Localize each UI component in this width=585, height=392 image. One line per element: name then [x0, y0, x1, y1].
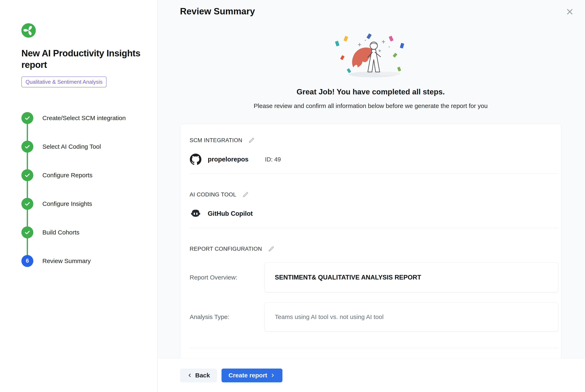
celebration-illustration	[180, 32, 561, 81]
ai-tool-section-header: AI CODING TOOL	[190, 192, 558, 198]
ai-tool-section-label: AI CODING TOOL	[190, 192, 236, 198]
analysis-type-value: Teams using AI tool vs. not using AI too…	[265, 302, 558, 331]
hero-heading: Great Job! You have completed all steps.	[180, 88, 561, 96]
step-scm-integration[interactable]: Create/Select SCM integration	[22, 112, 145, 124]
hero-subheading: Please review and confirm all informatio…	[180, 102, 561, 110]
ai-tool-name: GitHub Copilot	[208, 210, 253, 218]
scm-integration-name: propelorepos	[208, 156, 248, 163]
copilot-icon	[190, 208, 202, 220]
report-config-section-label: REPORT CONFIGURATION	[190, 246, 262, 252]
divider	[190, 174, 558, 174]
app-root: New AI Productivity Insights report Qual…	[0, 0, 585, 392]
create-report-button[interactable]: Create report	[222, 368, 282, 382]
report-title: New AI Productivity Insights report	[22, 48, 145, 71]
chevron-left-icon	[187, 373, 192, 378]
analysis-type-label: Analysis Type:	[190, 314, 265, 320]
step-number-badge: 6	[22, 255, 33, 267]
report-overview-value: SENTIMENT& QUALITATIVE ANALYSIS REPORT	[265, 262, 558, 292]
step-configure-reports[interactable]: Configure Reports	[22, 169, 145, 181]
step-label: Create/Select SCM integration	[42, 114, 126, 122]
step-label: Configure Reports	[42, 172, 92, 179]
stepper: Create/Select SCM integration Select AI …	[22, 112, 145, 267]
check-icon	[22, 198, 33, 210]
check-icon	[22, 141, 33, 152]
sidebar: New AI Productivity Insights report Qual…	[0, 0, 158, 392]
back-button[interactable]: Back	[180, 368, 217, 382]
page-title: Review Summary	[180, 6, 255, 16]
github-icon	[190, 154, 202, 165]
scm-section-label: SCM INTEGRATION	[190, 137, 242, 144]
step-review-summary[interactable]: 6 Review Summary	[22, 255, 145, 267]
check-icon	[22, 169, 33, 181]
report-type-badge: Qualitative & Sentiment Analysis	[22, 76, 106, 88]
footer-bar: Back Create report	[158, 358, 585, 392]
step-label: Review Summary	[42, 258, 91, 264]
step-label: Select AI Coding Tool	[42, 143, 101, 150]
report-config-section-header: REPORT CONFIGURATION	[190, 246, 558, 252]
chevron-right-icon	[270, 373, 276, 378]
check-icon	[22, 226, 33, 238]
step-label: Configure Insights	[42, 200, 92, 207]
main-panel: Review Summary	[158, 0, 585, 392]
divider	[190, 348, 558, 348]
scm-section-header: SCM INTEGRATION	[190, 124, 558, 144]
step-ai-coding-tool[interactable]: Select AI Coding Tool	[22, 141, 145, 152]
summary-card: SCM INTEGRATION propelorepos ID: 49 AI C…	[180, 124, 561, 392]
scm-integration-row: propelorepos ID: 49	[190, 154, 558, 165]
step-build-cohorts[interactable]: Build Cohorts	[22, 226, 145, 238]
step-label: Build Cohorts	[42, 229, 80, 236]
edit-report-config-button[interactable]	[268, 246, 274, 252]
step-configure-insights[interactable]: Configure Insights	[22, 198, 145, 210]
propeller-logo-icon	[22, 23, 36, 38]
edit-scm-button[interactable]	[248, 138, 255, 144]
close-icon[interactable]	[565, 7, 575, 17]
analysis-type-row: Analysis Type: Teams using AI tool vs. n…	[190, 302, 558, 331]
back-button-label: Back	[195, 372, 210, 379]
stepper-track	[27, 118, 28, 261]
report-overview-row: Report Overview: SENTIMENT& QUALITATIVE …	[190, 262, 558, 292]
edit-ai-tool-button[interactable]	[242, 192, 249, 198]
report-overview-label: Report Overview:	[190, 274, 265, 281]
ai-tool-row: GitHub Copilot	[190, 208, 558, 220]
scm-integration-id: ID: 49	[265, 156, 281, 163]
create-report-label: Create report	[228, 372, 267, 379]
check-icon	[22, 112, 33, 124]
